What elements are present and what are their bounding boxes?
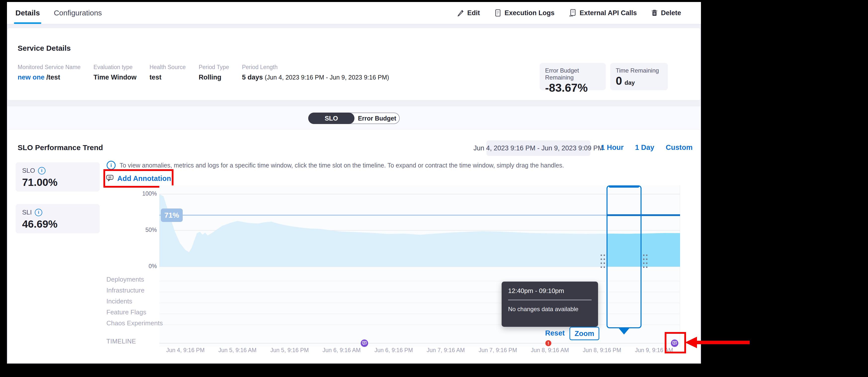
timeslot-tooltip: 12:40pm - 09:10pm No changes data availa… [502, 282, 598, 327]
edit-label: Edit [467, 9, 480, 17]
range-1-day-link[interactable]: 1 Day [635, 144, 654, 152]
sli-kpi-label: SLI [22, 209, 32, 216]
external-api-calls-button[interactable]: API External API Calls [569, 9, 637, 17]
range-custom-link[interactable]: Custom [666, 144, 692, 152]
error-budget-remaining-value: -83.67% [545, 82, 600, 94]
trend-title: SLO Performance Trend [18, 144, 103, 152]
sli-kpi-value: 46.69% [22, 218, 93, 230]
x-axis-label: Jun 7, 9:16 PM [472, 347, 524, 354]
tooltip-time-range: 12:40pm - 09:10pm [508, 287, 592, 295]
toggle-option-error-budget[interactable]: Error Budget [354, 113, 400, 124]
sli-kpi-card: SLI i 46.69% [16, 204, 100, 233]
edit-button[interactable]: Edit [457, 9, 480, 17]
info-banner: i To view anomalies, metrics and logs fo… [106, 161, 564, 170]
slo-trend-chart: 100% 50% 0% [159, 185, 680, 347]
header-actions: Edit Execution Logs API External API Cal… [457, 9, 701, 17]
pencil-icon [457, 9, 464, 17]
red-arrow-icon [685, 337, 697, 348]
tab-details[interactable]: Details [16, 2, 40, 24]
y-tick-100: 100% [134, 190, 157, 197]
screenshot-root: { "header": { "tabs": [ {"label": "Detai… [0, 0, 868, 377]
execution-logs-label: Execution Logs [505, 9, 555, 17]
x-axis-labels: Jun 4, 9:16 PMJun 5, 9:16 AMJun 5, 9:16 … [159, 347, 680, 354]
x-axis-label: Jun 8, 9:16 PM [576, 347, 628, 354]
service-details-title: Service Details [8, 28, 700, 53]
tooltip-divider [508, 300, 592, 300]
monitored-service-link[interactable]: new one [18, 73, 44, 81]
field-monitored-service-name: Monitored Service Name new one /test [18, 64, 81, 81]
slo-kpi-label: SLO [22, 167, 35, 175]
add-annotation-button[interactable]: Add Annotation [117, 175, 171, 183]
reset-button[interactable]: Reset [545, 329, 565, 337]
document-icon [494, 9, 501, 17]
slo-kpi-value: 71.00% [22, 177, 93, 188]
trash-icon [651, 9, 658, 17]
row-label-deployments: Deployments [106, 276, 144, 283]
field-evaluation-type: Evaluation type Time Window [93, 64, 136, 81]
row-label-timeline: TIMELINE [106, 338, 136, 345]
error-budget-remaining-box: Error Budget Remaining -83.67% [540, 63, 606, 90]
external-api-calls-label: External API Calls [580, 9, 637, 17]
range-links: 1 Hour 1 Day Custom [601, 144, 692, 152]
slo-kpi-card: SLO i 71.00% [16, 162, 100, 192]
red-arrow-shaft [696, 341, 750, 344]
toggle-option-slo[interactable]: SLO [308, 113, 354, 124]
tab-configurations[interactable]: Configurations [54, 2, 102, 24]
tooltip-message: No changes data available [508, 306, 592, 313]
row-label-feature-flags: Feature Flags [106, 308, 146, 316]
execution-logs-button[interactable]: Execution Logs [494, 9, 555, 17]
annotation-bubble-icon [106, 174, 114, 183]
time-remaining-value: 0 [616, 74, 622, 87]
delete-label: Delete [661, 9, 681, 17]
row-label-chaos-experiments: Chaos Experiments [106, 319, 163, 327]
field-period-length: Period Length 5 days (Jun 4, 2023 9:16 P… [242, 64, 389, 81]
error-marker-icon[interactable]: ! [545, 340, 551, 346]
page-header: Details Configurations Edit Execution Lo… [7, 2, 701, 24]
annotation-marker-icon[interactable] [361, 340, 368, 347]
x-axis-label: Jun 8, 9:16 AM [524, 347, 576, 354]
row-label-infrastructure: Infrastructure [106, 286, 145, 294]
field-health-source: Health Source test [149, 64, 186, 81]
slo-performance-trend-card: SLO Performance Trend Jun 4, 2023 9:16 P… [7, 129, 701, 363]
y-tick-50: 50% [134, 227, 157, 233]
range-1-hour-link[interactable]: 1 Hour [601, 144, 624, 152]
x-axis-label: Jun 5, 9:16 PM [264, 347, 316, 354]
row-label-incidents: Incidents [106, 297, 132, 305]
api-document-icon: API [569, 9, 577, 17]
info-icon: i [106, 161, 116, 170]
app-window: Details Configurations Edit Execution Lo… [7, 2, 701, 364]
x-axis-label: Jun 6, 9:16 AM [316, 347, 368, 354]
annotation-marker-highlight-box [665, 332, 686, 353]
y-tick-0: 0% [134, 263, 157, 270]
trend-chart-svg: ! [159, 185, 680, 347]
svg-text:API: API [569, 15, 573, 17]
zoom-button[interactable]: Zoom [569, 327, 599, 340]
x-axis-label: Jun 4, 9:16 PM [159, 347, 212, 354]
x-axis-label: Jun 5, 9:16 AM [212, 347, 264, 354]
time-remaining-box: Time Remaining 0 day [610, 63, 668, 90]
slo-info-icon[interactable]: i [38, 167, 45, 175]
x-axis-label: Jun 7, 9:16 AM [420, 347, 472, 354]
slo-errorbudget-toggle: SLO Error Budget [308, 113, 400, 124]
sli-info-icon[interactable]: i [35, 209, 42, 216]
target-value-badge: 71% [161, 209, 183, 222]
tab-bar: Details Configurations [7, 2, 102, 24]
date-range-chip[interactable]: Jun 4, 2023 9:16 PM - Jun 9, 2023 9:09 P… [487, 140, 590, 156]
field-period-type: Period Type Rolling [198, 64, 229, 81]
delete-button[interactable]: Delete [651, 9, 681, 17]
service-details-card: Service Details Monitored Service Name n… [7, 28, 701, 100]
x-axis-label: Jun 6, 9:16 PM [368, 347, 420, 354]
svg-text:!: ! [548, 341, 549, 346]
view-toggle-band: SLO Error Budget [7, 106, 701, 130]
add-annotation-highlight-box: Add Annotation [103, 169, 174, 188]
